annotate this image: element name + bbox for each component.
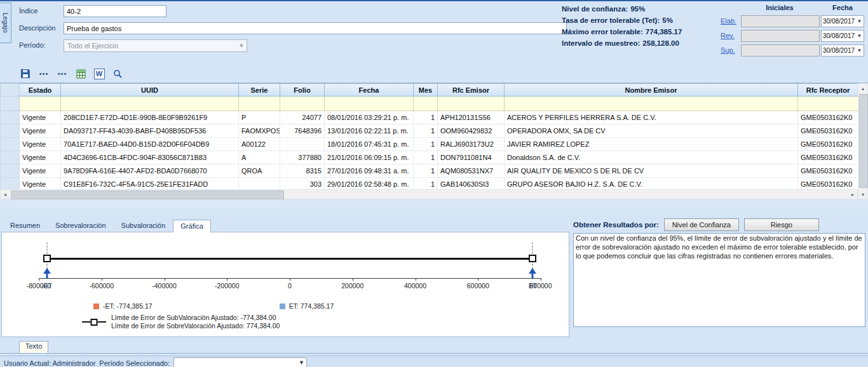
filter-cell-uuid[interactable] (61, 97, 239, 111)
cell-estado[interactable]: Vigente (20, 164, 61, 178)
table-row[interactable]: VigenteDA093717-FF43-4039-BABF-D408B95DF… (1, 124, 858, 138)
cell-nombre-emisor[interactable]: OPERADORA OMX, SA DE CV (505, 124, 798, 138)
column-header-estado[interactable]: Estado (20, 84, 61, 97)
filter-cell-folio[interactable] (280, 97, 325, 111)
scroll-left-icon[interactable]: ◄ (1, 190, 10, 199)
cell-nombre-emisor[interactable]: ACEROS Y PERFILES HERRERA S.A. DE C.V. (505, 111, 798, 124)
cell-fecha[interactable]: 21/01/2016 06:09:15 p. m. (325, 151, 414, 164)
cell-nombre-emisor[interactable]: JAVIER RAMIREZ LOPEZ (505, 138, 798, 151)
cell-nombre-emisor[interactable]: AIR QUALITY DE MEXICO S DE RL DE CV (505, 164, 798, 178)
elab-iniciales-input[interactable] (741, 15, 820, 27)
periodo-seleccionado-dropdown[interactable]: ▼ (173, 357, 307, 367)
filter-input[interactable] (414, 97, 437, 110)
rev-fecha-dropdown[interactable]: 30/08/2017 ▼ (821, 30, 864, 42)
cell-mes[interactable]: 1 (414, 164, 438, 178)
cell-rfc-receptor[interactable]: GME0503162K0 (798, 164, 858, 178)
cell-fecha[interactable]: 18/01/2016 07:45:31 p. m. (325, 138, 414, 151)
cell-estado[interactable]: Vigente (20, 151, 61, 164)
cell-folio[interactable]: 24077 (280, 111, 325, 124)
filter-cell-rfc-emisor[interactable] (438, 97, 505, 111)
cell-serie[interactable]: P (239, 111, 280, 124)
export-grid-icon[interactable] (74, 67, 87, 80)
cell-folio[interactable]: 8315 (280, 164, 325, 178)
column-header-folio[interactable]: Folio (280, 84, 325, 97)
cell-nombre-emisor[interactable]: Donaldson S.A. de C.V. (505, 151, 798, 164)
cell-mes[interactable]: 1 (414, 138, 438, 151)
cell-serie[interactable]: FAOMXPOS (239, 124, 280, 138)
filter-input[interactable] (281, 97, 323, 110)
column-header-serie[interactable]: Serie (239, 84, 280, 97)
table-row[interactable]: Vigente9A78D9FA-616E-4407-AFD2-BDA0D7668… (1, 164, 858, 178)
table-row[interactable]: Vigente70A1E717-BAED-44D0-B15D-82D0F6F04… (1, 138, 858, 151)
cell-rfc-receptor[interactable]: GME0503162K0 (798, 124, 858, 138)
table-row[interactable]: Vigente4D4C3696-61CB-4FDC-904F-83056C871… (1, 151, 858, 164)
filter-input[interactable] (799, 97, 857, 110)
filter-cell-fecha[interactable] (325, 97, 414, 111)
filter-input[interactable] (240, 97, 279, 110)
cell-rfc-emisor[interactable]: AQM080531NX7 (438, 164, 505, 178)
scroll-up-icon[interactable]: ▲ (858, 84, 867, 93)
cell-uuid[interactable]: 4D4C3696-61CB-4FDC-904F-83056C871B83 (61, 151, 239, 164)
filter-cell-serie[interactable] (239, 97, 280, 111)
cell-uuid[interactable]: 9A78D9FA-616E-4407-AFD2-BDA0D7668070 (61, 164, 239, 178)
filter-input[interactable] (505, 97, 797, 110)
cell-fecha[interactable]: 08/01/2016 03:29:21 p. m. (325, 111, 414, 124)
sup-link[interactable]: Sup. (721, 46, 735, 54)
cell-serie[interactable]: A00122 (239, 138, 280, 151)
tab-subvaloracion[interactable]: Subvaloración (114, 219, 173, 232)
filter-input[interactable] (325, 97, 412, 110)
cell-uuid[interactable]: 70A1E717-BAED-44D0-B15D-82D0F6F04DB9 (61, 138, 239, 151)
nivel-confianza-button[interactable]: Nivel de Confianza (664, 218, 739, 231)
column-header-rfc-receptor[interactable]: Rfc Receptor (798, 84, 858, 97)
indice-input[interactable] (64, 5, 166, 17)
cell-estado[interactable]: Vigente (20, 124, 61, 138)
filter-cell-nombre-emisor[interactable] (505, 97, 798, 111)
tab-texto[interactable]: Texto (19, 341, 48, 353)
rev-iniciales-input[interactable] (741, 30, 820, 42)
ellipsis-icon[interactable]: ••• (56, 67, 69, 80)
tab-resumen[interactable]: Resumen (3, 219, 48, 232)
search-icon[interactable] (111, 67, 124, 80)
cell-rfc-receptor[interactable]: GME0503162K0 (798, 138, 858, 151)
filter-cell-estado[interactable] (20, 97, 61, 111)
cell-serie[interactable]: A (239, 151, 280, 164)
cell-mes[interactable]: 1 (414, 111, 438, 124)
cell-mes[interactable]: 1 (414, 151, 438, 164)
vertical-scroll-thumb[interactable] (859, 94, 868, 188)
column-header-mes[interactable]: Mes (414, 84, 438, 97)
cell-rfc-emisor[interactable]: APH120131S56 (438, 111, 505, 124)
column-header-nombre-emisor[interactable]: Nombre Emisor (505, 84, 798, 97)
cell-rfc-emisor[interactable]: OOM960429832 (438, 124, 505, 138)
ellipsis-icon[interactable]: ••• (37, 67, 50, 80)
filter-cell-mes[interactable] (414, 97, 438, 111)
cell-rfc-receptor[interactable]: GME0503162K0 (798, 111, 858, 124)
export-word-icon[interactable]: W (93, 67, 105, 80)
cell-mes[interactable]: 1 (414, 124, 438, 138)
cell-folio[interactable] (280, 138, 325, 151)
descripcion-input[interactable] (64, 22, 567, 34)
cell-rfc-emisor[interactable]: DON7911081N4 (438, 151, 505, 164)
filter-input[interactable] (438, 97, 503, 110)
periodo-dropdown[interactable]: Todo el Ejercicio ▼ (64, 39, 247, 52)
scroll-right-icon[interactable]: ► (848, 190, 857, 199)
cell-folio[interactable]: 7648396 (280, 124, 325, 138)
sup-fecha-dropdown[interactable]: 30/08/2017 ▼ (821, 44, 864, 57)
elab-fecha-dropdown[interactable]: 30/08/2017 ▼ (821, 15, 864, 27)
horizontal-scrollbar[interactable]: ◄ ► (0, 189, 858, 199)
table-row[interactable]: Vigente208CD1E7-E72D-4D1E-990B-8E0F9B926… (1, 111, 858, 124)
riesgo-button[interactable]: Riesgo (744, 218, 819, 231)
filter-cell-rfc-receptor[interactable] (798, 97, 858, 111)
cell-folio[interactable]: 377880 (280, 151, 325, 164)
column-header-uuid[interactable]: UUID (61, 84, 239, 97)
cell-rfc-emisor[interactable]: RALJ6903173U2 (438, 138, 505, 151)
elab-link[interactable]: Elab. (721, 17, 736, 25)
tab-grafica[interactable]: Gráfica (173, 220, 210, 232)
column-header-fecha[interactable]: Fecha (325, 84, 414, 97)
cell-serie[interactable]: QROA (239, 164, 280, 178)
save-icon[interactable] (19, 67, 32, 80)
column-header-rfc-emisor[interactable]: Rfc Emisor (438, 84, 505, 97)
cell-fecha[interactable]: 13/01/2016 02:22:11 p. m. (325, 124, 414, 138)
filter-input[interactable] (20, 97, 60, 110)
cell-fecha[interactable]: 27/01/2016 09:48:31 a. m. (325, 164, 414, 178)
horizontal-scroll-thumb[interactable] (11, 190, 284, 199)
